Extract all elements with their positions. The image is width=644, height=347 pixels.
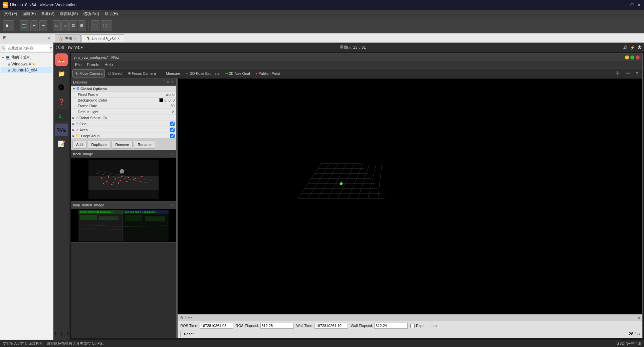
global-options-label: Global Options bbox=[80, 87, 107, 91]
pause-button[interactable]: ⏸ ▾ bbox=[3, 20, 14, 31]
grid-item[interactable]: ▶ ⊞ Grid bbox=[71, 121, 176, 127]
wall-elapsed-input[interactable] bbox=[374, 323, 408, 329]
nav-goal-button[interactable]: ⇒ 2D Nav Goal bbox=[223, 69, 252, 77]
settings-button[interactable]: ⚙ bbox=[633, 69, 641, 77]
loopgroup-item[interactable]: ▶ 📁 LoopGroup bbox=[71, 133, 176, 138]
dock-software[interactable]: 🅐 bbox=[55, 81, 68, 94]
move-camera-button[interactable]: 🖱 Move Camera bbox=[72, 69, 105, 77]
send-button[interactable]: ↪ bbox=[39, 20, 47, 31]
minimize-button[interactable]: ─ bbox=[623, 2, 628, 8]
loop-match-title[interactable]: loop_match_Image ✕ bbox=[71, 201, 176, 209]
dock-notes[interactable]: 📝 bbox=[55, 138, 68, 150]
global-options-item[interactable]: ▼ ⚙ Global Options bbox=[71, 86, 176, 92]
frame-rate-item[interactable]: Frame Rate 30 bbox=[71, 103, 176, 109]
track-image-label: track_image bbox=[73, 152, 93, 156]
tab-home-close[interactable]: ✕ bbox=[74, 37, 76, 40]
fullscreen-button[interactable]: ⛶ bbox=[91, 20, 99, 31]
rviz-menu-help[interactable]: Help bbox=[102, 62, 116, 68]
snapshot-button[interactable]: 📷 bbox=[20, 20, 29, 31]
close-button[interactable]: ✕ bbox=[636, 2, 641, 8]
activities-button[interactable]: 活动 bbox=[56, 45, 64, 50]
dock-rviz[interactable]: RViz bbox=[55, 124, 68, 136]
default-light-item[interactable]: Default Light ✓ bbox=[71, 109, 176, 115]
settings-icon: ⚙ bbox=[76, 86, 79, 91]
tab-ubuntu-close[interactable]: ✕ bbox=[117, 37, 120, 40]
app-name-label[interactable]: rw rviz ▾ bbox=[68, 45, 83, 50]
fullscreen2-button[interactable]: ⛶ ▾ bbox=[101, 20, 112, 31]
add-display-button[interactable]: Add bbox=[72, 141, 86, 149]
sidebar-item-windowsx[interactable]: 🖥 Windows X ★ bbox=[1, 61, 52, 67]
battery-icon[interactable]: ⚡ bbox=[630, 45, 635, 50]
focus-icon: ⊕ bbox=[128, 71, 131, 75]
search-dropdown[interactable]: ▾ bbox=[50, 46, 52, 50]
fixed-frame-item[interactable]: Fixed Frame world bbox=[71, 92, 176, 98]
menu-help[interactable]: 帮助(H) bbox=[102, 10, 121, 17]
sidebar-item-mycomputer[interactable]: ▼ 💻 我的计算机 bbox=[1, 54, 52, 61]
loopgroup-checkbox[interactable] bbox=[170, 134, 175, 138]
menu-edit[interactable]: 编辑(E) bbox=[20, 10, 38, 17]
sidebar-item-ubuntu[interactable]: 🖥 Ubuntu18_x64 bbox=[1, 67, 52, 73]
view-btn-1[interactable]: ▭ bbox=[53, 20, 61, 31]
publish-point-button[interactable]: ● Publish Point bbox=[253, 69, 282, 77]
rviz-maximize[interactable] bbox=[630, 55, 634, 59]
grid-checkbox[interactable] bbox=[170, 122, 175, 126]
view-btn-3[interactable]: ⊡ bbox=[69, 20, 77, 31]
power-icon[interactable]: ⏻ bbox=[638, 45, 641, 49]
tab-ubuntu[interactable]: 🐧 Ubuntu18_x64 ✕ bbox=[81, 34, 124, 42]
menu-tabs[interactable]: 选项卡(I) bbox=[80, 10, 101, 17]
revert-button[interactable]: ↩ bbox=[30, 20, 38, 31]
sidebar-close[interactable]: ✕ bbox=[47, 36, 50, 41]
rviz-menu-file[interactable]: File bbox=[72, 62, 84, 68]
loop-match-close[interactable]: ✕ bbox=[171, 203, 174, 207]
track-image-panel: track_image ✕ bbox=[71, 150, 176, 201]
panel-close-btn[interactable]: ✕ bbox=[171, 80, 174, 84]
restore-button[interactable]: ❐ bbox=[629, 2, 635, 8]
rviz-minimize[interactable] bbox=[625, 55, 629, 59]
dock-apps[interactable]: ⋮⋮⋮ bbox=[55, 326, 68, 338]
dock-help[interactable]: ❓ bbox=[55, 96, 68, 108]
axes-checkbox[interactable] bbox=[170, 128, 175, 132]
volume-icon[interactable]: 🔊 bbox=[623, 45, 628, 50]
axes-item[interactable]: ▶ ↗ Axes bbox=[71, 127, 176, 133]
duplicate-display-button[interactable]: Duplicate bbox=[88, 141, 111, 149]
ros-time-input[interactable] bbox=[200, 323, 233, 329]
select-button[interactable]: ☐ Select bbox=[105, 69, 125, 77]
rviz-menu-panels[interactable]: Panels bbox=[84, 62, 102, 68]
add-view-button[interactable]: ➕ bbox=[613, 69, 622, 77]
dock-grid[interactable]: ⋮⋮⋮ bbox=[55, 326, 68, 338]
svg-point-16 bbox=[103, 183, 104, 184]
menu-vm[interactable]: 虚拟机(M) bbox=[57, 10, 80, 17]
dock-firefox[interactable]: 🦊 bbox=[55, 53, 68, 66]
rename-display-button[interactable]: Rename bbox=[134, 141, 155, 149]
bg-color-item[interactable]: Background Color 0; 0; 0 bbox=[71, 98, 176, 103]
menu-file[interactable]: 文件(F) bbox=[1, 10, 20, 17]
svg-point-13 bbox=[120, 180, 121, 181]
dock-files[interactable]: 📁 bbox=[55, 67, 68, 80]
menu-view[interactable]: 查看(V) bbox=[38, 10, 57, 17]
wall-time-input[interactable] bbox=[314, 323, 348, 329]
experimental-checkbox[interactable] bbox=[410, 324, 415, 328]
focus-camera-button[interactable]: ⊕ Focus Camera bbox=[126, 69, 158, 77]
experimental-label: Experimental bbox=[416, 324, 437, 328]
remove-display-button[interactable]: Remove bbox=[112, 141, 133, 149]
time-panel-close[interactable]: ✕ bbox=[637, 316, 640, 320]
track-image-close[interactable]: ✕ bbox=[171, 152, 174, 156]
search-input[interactable] bbox=[6, 45, 50, 51]
global-status-item[interactable]: ▶ ✓ Global Status: Ok bbox=[71, 115, 176, 121]
dock-terminal[interactable]: $_ bbox=[55, 110, 68, 122]
ros-elapsed-input[interactable] bbox=[260, 323, 294, 329]
track-image-title[interactable]: track_image ✕ bbox=[71, 150, 176, 158]
arrow-icon: ▼ bbox=[1, 56, 5, 59]
remove-view-button[interactable]: ➖ bbox=[623, 69, 632, 77]
reset-button[interactable]: Reset bbox=[180, 331, 197, 337]
view-btn-4[interactable]: ⊞ bbox=[78, 20, 85, 31]
svg-point-55 bbox=[340, 182, 343, 185]
panel-menu-btn[interactable]: ≡ bbox=[167, 80, 169, 84]
measure-button[interactable]: — Measure bbox=[159, 69, 183, 77]
tab-home[interactable]: 🏠 主页 ✕ bbox=[55, 34, 81, 42]
view-btn-2[interactable]: ▱ bbox=[61, 20, 69, 31]
title-bar: VM Ubuntu18_x64 - VMware Workstation ─ ❐… bbox=[0, 0, 644, 10]
pose-estimate-button[interactable]: → 2D Pose Estimate bbox=[183, 69, 222, 77]
frame-rate-label: Frame Rate bbox=[78, 104, 169, 108]
rviz-close[interactable] bbox=[636, 55, 640, 59]
